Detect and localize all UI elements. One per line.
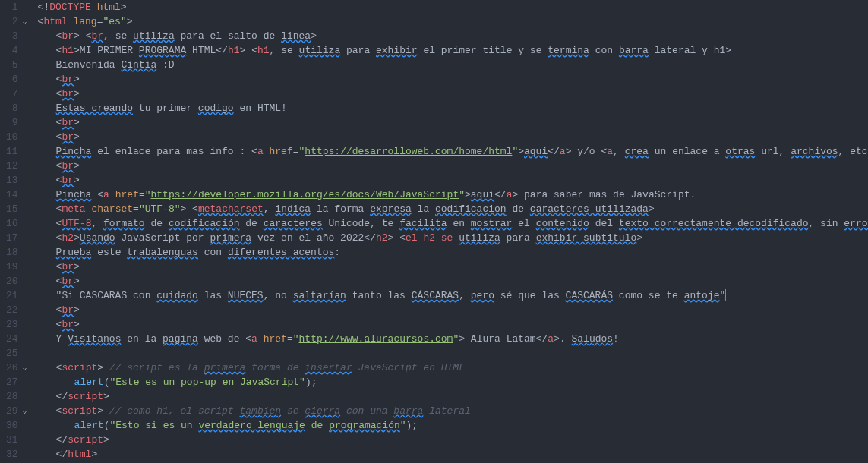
line-number: 18 [6,245,18,260]
line-number: 20 [6,274,18,288]
code-line: <br> [38,130,868,144]
code-line: <br> [38,260,868,274]
code-line: <br> [38,115,868,130]
line-number-gutter: 1 2⌄ 3 4 5 6 7 8 9 10 11 12 13 14 15 16 … [0,0,29,463]
line-number: 9 [6,115,18,130]
code-line: <h1>MI PRIMER PROGRAMA HTML</h1> <h1, se… [38,43,868,58]
line-number: 28 [6,389,18,404]
code-line: Prueba este trabalenguas con diferentes … [38,245,868,260]
line-number: 27 [6,375,18,389]
code-line: Pincha <a href="https://developer.mozill… [38,187,868,202]
line-number: 10 [6,130,18,144]
code-line: <br> [38,303,868,317]
code-line: Bienvenida Cintia :D [38,58,868,72]
code-content[interactable]: <!DOCTYPE html> <html lang="es"> <br> <b… [29,0,868,463]
line-number: 15 [6,202,18,216]
chevron-down-icon[interactable]: ⌄ [23,361,27,375]
line-number: 12 [6,159,18,173]
code-line: <br> [38,173,868,187]
code-line: "Si CASCARAS con cuidado las NUECES, no … [38,288,868,303]
code-line: <script> // script es la primera forma d… [38,361,868,375]
line-number: 29⌄ [6,404,18,418]
code-line: </script> [38,389,868,404]
line-number: 32 [6,447,18,461]
line-number: 30 [6,418,18,433]
line-number: 22 [6,303,18,317]
line-number: 19 [6,260,18,274]
code-line: <br> [38,72,868,87]
line-number: 25 [6,346,18,361]
code-line: alert("Este es un pop-up en JavaScript")… [38,375,868,389]
line-number: 23 [6,317,18,332]
line-number: 26⌄ [6,361,18,375]
line-number: 6 [6,72,18,87]
line-number: 31 [6,433,18,447]
chevron-down-icon[interactable]: ⌄ [23,404,27,418]
code-line: <meta charset="UTF-8"> <metacharset, ind… [38,202,868,216]
code-line: <br> [38,159,868,173]
line-number: 7 [6,87,18,101]
line-number: 1 [6,0,18,14]
code-line: Y Visitanos en la pagina web de <a href=… [38,332,868,346]
code-line: <br> <br, se utiliza para el salto de li… [38,29,868,43]
code-editor[interactable]: 1 2⌄ 3 4 5 6 7 8 9 10 11 12 13 14 15 16 … [0,0,868,463]
code-line: Estas creando tu primer codigo en HTML! [38,101,868,115]
line-number: 16 [6,216,18,231]
line-number: 11 [6,144,18,159]
code-line: <UTF-8, formato de codificación de carac… [38,216,868,231]
code-line: alert("Esto si es un verdadero lenguaje … [38,418,868,433]
line-number: 21 [6,288,18,303]
code-line: Pincha el enlace para mas info : <a href… [38,144,868,159]
line-number: 2⌄ [6,14,18,29]
code-line: <br> [38,317,868,332]
code-line: <h2>Usando JavaScript por primera vez en… [38,231,868,245]
line-number: 13 [6,173,18,187]
code-line [38,346,868,361]
line-number: 14 [6,187,18,202]
line-number: 17 [6,231,18,245]
chevron-down-icon[interactable]: ⌄ [23,14,27,29]
line-number: 24 [6,332,18,346]
code-line: </html> [38,447,868,461]
code-line: </script> [38,433,868,447]
line-number: 5 [6,58,18,72]
line-number: 3 [6,29,18,43]
code-line: <!DOCTYPE html> [38,0,868,14]
code-line: <html lang="es"> [38,14,868,29]
line-number: 4 [6,43,18,58]
code-line: <script> // como h1, el script tambien s… [38,404,868,418]
text-cursor [725,289,726,301]
line-number: 8 [6,101,18,115]
code-line: <br> [38,274,868,288]
code-line: <br> [38,87,868,101]
